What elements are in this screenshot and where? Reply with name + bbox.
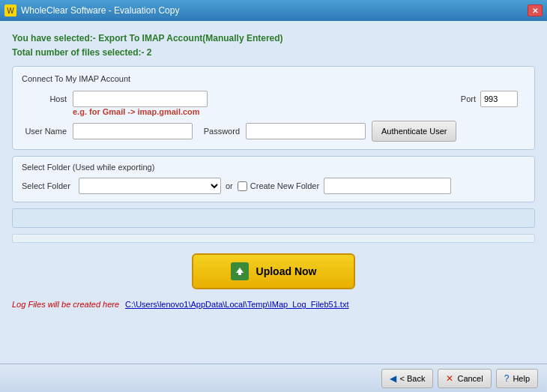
scrollbar-area[interactable] [12, 234, 535, 243]
titlebar-title: WholeClear Software - Evaluation Copy [21, 5, 179, 16]
cancel-button[interactable]: ✕ Cancel [438, 369, 491, 388]
credentials-row: User Name Password Authenticate User [22, 121, 525, 142]
create-folder-checkbox[interactable] [238, 181, 247, 191]
bottom-bar: ◀ < Back ✕ Cancel ? Help [0, 364, 547, 392]
authenticate-button[interactable]: Authenticate User [372, 121, 456, 142]
info-section: You have selected:- Export To IMAP Accou… [12, 31, 535, 60]
close-button[interactable]: ✕ [528, 4, 543, 16]
help-label: Help [513, 374, 530, 383]
upload-button[interactable]: Upload Now [192, 253, 356, 289]
upload-button-label: Upload Now [256, 265, 317, 277]
log-label: Log Files will be created here [12, 300, 119, 309]
svg-rect-2 [238, 273, 241, 275]
imap-panel-title: Connect To My IMAP Account [22, 74, 525, 83]
or-label: or [226, 181, 233, 190]
username-label: User Name [22, 127, 67, 136]
cancel-icon: ✕ [446, 373, 453, 384]
imap-panel: Connect To My IMAP Account Host Port e.g… [12, 66, 535, 150]
app-icon: W [4, 4, 16, 16]
help-icon: ? [504, 373, 510, 384]
upload-section: Upload Now [12, 249, 535, 294]
upload-icon [231, 262, 249, 280]
titlebar-left: W WholeClear Software - Evaluation Copy [4, 4, 179, 16]
cancel-label: Cancel [457, 374, 483, 383]
back-icon: ◀ [390, 373, 396, 384]
port-input[interactable] [480, 91, 518, 107]
help-button[interactable]: ? Help [496, 369, 538, 388]
log-link[interactable]: C:\Users\lenovo1\AppData\Local\Temp\IMap… [125, 300, 348, 309]
port-group: Port [461, 91, 518, 107]
titlebar-controls[interactable]: ✕ [528, 4, 543, 16]
folder-label: Select Folder [22, 181, 74, 190]
back-button[interactable]: ◀ < Back [381, 369, 434, 388]
progress-bar-area [12, 208, 535, 228]
port-label: Port [461, 94, 476, 103]
create-folder-label[interactable]: Create New Folder [238, 181, 319, 191]
titlebar: W WholeClear Software - Evaluation Copy … [0, 0, 547, 21]
host-input[interactable] [73, 91, 208, 107]
folder-panel: Select Folder (Used while exporting) Sel… [12, 156, 535, 202]
host-group: Host [22, 91, 208, 107]
folder-row: Select Folder or Create New Folder [22, 178, 525, 194]
imap-hint: e.g. for Gmail -> imap.gmail.com [73, 107, 525, 116]
info-line1: You have selected:- Export To IMAP Accou… [12, 31, 535, 46]
username-input[interactable] [73, 123, 193, 139]
folder-select[interactable] [79, 178, 221, 194]
main-content: You have selected:- Export To IMAP Accou… [0, 21, 547, 392]
info-line2: Total number of files selected:- 2 [12, 46, 535, 60]
host-port-row: Host Port [22, 91, 525, 107]
log-section: Log Files will be created here C:\Users\… [12, 300, 535, 309]
host-label: Host [22, 94, 67, 103]
create-folder-text: Create New Folder [250, 181, 319, 190]
password-label: Password [199, 127, 240, 136]
folder-panel-title: Select Folder (Used while exporting) [22, 163, 525, 172]
new-folder-input[interactable] [324, 178, 451, 194]
password-input[interactable] [246, 123, 366, 139]
back-label: < Back [400, 374, 426, 383]
